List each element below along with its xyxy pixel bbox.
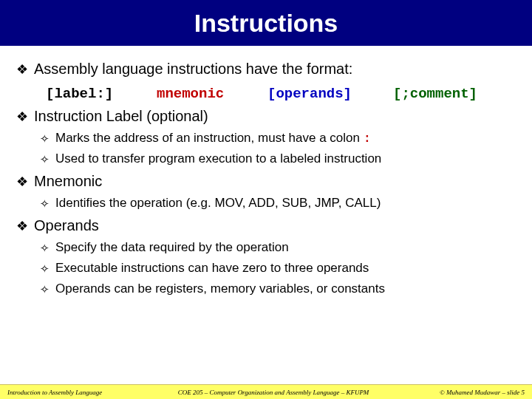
bullet-operands: ❖ Operands [16,217,516,235]
bullet-text: Executable instructions can have zero to… [55,261,369,276]
subbullet-operands-types: ✧ Operands can be registers, memory vari… [40,282,516,297]
plus-bullet-icon: ✧ [40,261,50,276]
bullet-text: Identifies the operation (e.g. MOV, ADD,… [55,196,381,211]
bullet-text: Assembly language instructions have the … [34,61,352,78]
bullet-format-intro: ❖ Assembly language instructions have th… [16,61,516,78]
bullet-text: Specify the data required by the operati… [55,240,289,255]
diamond-bullet-icon: ❖ [16,61,28,78]
format-label: [label:] [46,86,157,102]
format-comment: [;comment] [393,86,477,102]
plus-bullet-icon: ✧ [40,131,50,146]
plus-bullet-icon: ✧ [40,282,50,297]
bullet-text: Instruction Label (optional) [34,108,208,125]
title-bar: Instructions [0,0,532,46]
bullet-text: Operands [34,217,99,234]
format-mnemonic: mnemonic [157,86,267,102]
subbullet-operands-count: ✧ Executable instructions can have zero … [40,261,516,276]
subbullet-operands-specify: ✧ Specify the data required by the opera… [40,240,516,256]
instruction-format: [label:] mnemonic [operands] [;comment] [46,86,516,102]
footer: Introduction to Assembly Language COE 20… [0,384,532,399]
diamond-bullet-icon: ❖ [16,108,28,126]
slide-title: Instructions [194,9,338,38]
plus-bullet-icon: ✧ [40,151,50,167]
footer-left: Introduction to Assembly Language [7,389,140,396]
bullet-text: Mnemonic [34,173,102,190]
format-operands: [operands] [267,86,393,102]
plus-bullet-icon: ✧ [40,196,50,211]
bullet-text: Operands can be registers, memory variab… [55,282,385,296]
subbullet-label-marks: ✧ Marks the address of an instruction, m… [40,131,516,146]
subbullet-label-transfer: ✧ Used to transfer program execution to … [40,151,516,167]
slide-content: ❖ Assembly language instructions have th… [0,46,532,297]
diamond-bullet-icon: ❖ [16,173,28,191]
bullet-text: Used to transfer program execution to a … [55,151,381,166]
diamond-bullet-icon: ❖ [16,217,28,235]
subbullet-mnemonic-identifies: ✧ Identifies the operation (e.g. MOV, AD… [40,196,516,211]
footer-right: © Muhamed Mudawar – slide 5 [406,389,525,396]
bullet-mnemonic: ❖ Mnemonic [16,173,516,191]
colon-highlight: : [364,132,371,146]
bullet-instruction-label: ❖ Instruction Label (optional) [16,108,516,126]
footer-center: COE 205 – Computer Organization and Asse… [140,389,406,396]
plus-bullet-icon: ✧ [40,240,50,256]
bullet-text: Marks the address of an instruction, mus… [55,131,371,146]
